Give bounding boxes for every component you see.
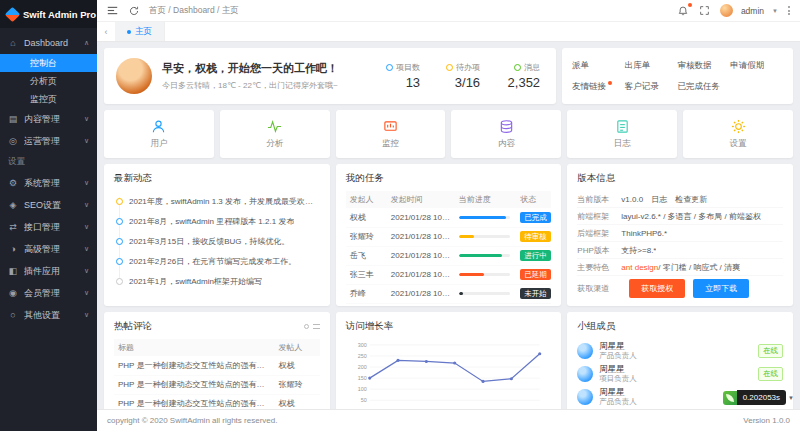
svg-text:100: 100 — [357, 386, 366, 392]
stat-value: 13 — [378, 75, 420, 90]
status-badge: 待审核 — [520, 231, 551, 242]
member-status-badge: 在线 — [758, 344, 783, 358]
quick-link[interactable]: 派单 — [572, 60, 625, 72]
shortcut-content[interactable]: 内容 — [451, 110, 561, 158]
member-name: 周星星 — [599, 364, 752, 374]
progress-track — [459, 216, 510, 219]
menu-group-icon: ▤ — [8, 114, 18, 124]
svg-text:150: 150 — [357, 375, 366, 381]
comment-title[interactable]: PHP 是一种创建动态交互性站点的强有力的服务器端脚本语言 — [114, 394, 274, 409]
bottom-row: 热帖评论 标题 发帖人 — [104, 312, 793, 409]
activity-card: 最新动态 2021年度，swiftAdmin 1.3 发布，并发展成最受欢迎的极… — [104, 164, 330, 306]
shortcut-settings[interactable]: 设置 — [683, 110, 793, 158]
shortcut-users[interactable]: 用户 — [104, 110, 214, 158]
tasks-card: 我的任务 发起人 发起时间 当前进度 状态 — [336, 164, 562, 306]
stat-label: 待办项 — [456, 62, 480, 73]
version-row: 当前版本 v1.0.0 日志 检查更新 — [577, 191, 783, 208]
sidebar-item-dashboard[interactable]: ⌂ Dashboard — [0, 32, 97, 54]
refresh-icon[interactable] — [127, 4, 141, 18]
menu-item-icon: ◉ — [8, 288, 18, 298]
notifications-bell-icon[interactable] — [676, 4, 690, 18]
sidebar-item-label: 其他设置 — [24, 309, 78, 322]
card-tools — [304, 324, 320, 329]
sidebar-item[interactable]: ◎ 运营管理 — [0, 130, 97, 152]
sidebar-item[interactable]: ⇄ 接口管理 — [0, 216, 97, 238]
shortcut-label: 用户 — [150, 138, 167, 150]
greeting-title: 早安，权栈，开始您一天的工作吧！ — [162, 61, 368, 76]
collapse-menu-icon[interactable] — [105, 4, 119, 18]
progress-fill — [459, 235, 474, 238]
sidebar-item[interactable]: ◑ 高级管理 — [0, 238, 97, 260]
quick-link[interactable]: 出库单 — [625, 60, 678, 72]
breadcrumb[interactable]: 首页 / Dashboard / 主页 — [149, 5, 239, 17]
sidebar-item[interactable]: ◉ 会员管理 — [0, 282, 97, 304]
activity-text: 2021年8月，swiftAdmin 里程碑版本 1.2.1 发布 — [129, 216, 294, 227]
chevron-up-icon — [84, 39, 89, 47]
sidebar-item-label: Dashboard — [24, 38, 78, 48]
task-row: 张三丰 2021/01/28 10:23:46 已延期 — [346, 265, 552, 284]
more-menu-icon[interactable] — [786, 4, 792, 17]
col-header-author: 发帖人 — [274, 339, 319, 356]
timeline-dot-icon — [116, 258, 123, 265]
quick-link[interactable]: 已完成任务 — [678, 81, 731, 93]
quick-link[interactable]: 客户记录 — [625, 81, 678, 93]
shortcut-analysis[interactable]: 分析 — [220, 110, 330, 158]
sidebar-item-label: 接口管理 — [24, 221, 78, 234]
sidebar-subitem[interactable]: 分析页 — [0, 72, 97, 90]
chevron-down-icon — [84, 267, 89, 275]
tab-home[interactable]: 主页 — [115, 22, 165, 41]
user-avatar[interactable] — [720, 4, 733, 17]
list-mini-icon[interactable] — [313, 324, 320, 329]
sidebar-item-label: 内容管理 — [24, 113, 78, 126]
member-avatar — [577, 343, 593, 359]
task-name: 张三丰 — [346, 265, 387, 284]
sidebar-item[interactable]: ○ 其他设置 — [0, 304, 97, 326]
runtime-badge[interactable]: 0.202053s ▼ — [723, 390, 794, 405]
tab-active-dot — [127, 30, 131, 34]
version-row-accent: ant design — [621, 263, 658, 272]
sidebar-subitem[interactable]: 监控页 — [0, 90, 97, 108]
sidebar-item-label: 高级管理 — [24, 243, 78, 256]
task-time: 2021/01/28 10:23:46 — [387, 265, 455, 284]
topbar: 首页 / Dashboard / 主页 admin ▼ — [97, 0, 800, 22]
version-card: 版本信息 当前版本 v1.0.0 日志 检查更新 前端框架 — [567, 164, 793, 306]
sidebar-subitem[interactable]: 控制台 — [0, 54, 97, 72]
sidebar-item[interactable]: ⚙ 系统管理 — [0, 172, 97, 194]
username[interactable]: admin — [741, 6, 764, 16]
activity-item: 2021年3月15日，接收反馈BUG，持续优化。 — [116, 231, 320, 251]
status-badge: 已完成 — [520, 212, 551, 223]
footer: copyright © 2020 SwiftAdmin all rights r… — [97, 409, 800, 431]
fullscreen-icon[interactable] — [698, 4, 712, 18]
quick-link[interactable]: 审核数据 — [678, 60, 731, 72]
tabbar: ‹ 主页 — [97, 22, 800, 42]
team-title: 小组成员 — [577, 320, 783, 333]
version-row: 后端框架 ThinkPHP6.* — [577, 225, 783, 242]
col-header-title: 标题 — [114, 339, 274, 356]
comment-title[interactable]: PHP 是一种创建动态交互性站点的强有力的服务器端脚本语言 — [114, 375, 274, 394]
progress-fill — [459, 273, 485, 276]
tab-scroll-left-icon[interactable]: ‹ — [97, 27, 115, 37]
stat-item: 项目数 13 — [378, 62, 420, 90]
comment-title[interactable]: PHP 是一种创建动态交互性站点的强有力的服务器端脚本语言 — [114, 356, 274, 375]
shortcut-monitor[interactable]: 监控 — [336, 110, 446, 158]
task-time: 2021/01/28 10:23:46 — [387, 284, 455, 303]
quick-link[interactable]: 友情链接 — [572, 81, 625, 93]
sidebar-item[interactable]: ◧ 插件应用 — [0, 260, 97, 282]
quick-link[interactable]: 申请假期 — [730, 60, 783, 72]
comments-table: 标题 发帖人 PHP 是一种创建动态交互性站点的强有力的服务器端脚本语言 权栈 — [114, 339, 320, 409]
comments-card: 热帖评论 标题 发帖人 — [104, 312, 330, 409]
sidebar-item-label: 插件应用 — [24, 265, 78, 278]
download-button[interactable]: 立即下载 — [693, 279, 749, 298]
team-member-row: 周星星 产品负责人 在线 — [577, 339, 783, 362]
refresh-mini-icon[interactable] — [304, 324, 309, 329]
chevron-down-icon — [84, 179, 89, 187]
version-buttons-row: 获取渠道 获取授权 立即下载 — [577, 276, 783, 300]
sidebar-subitem-label: 监控页 — [30, 93, 57, 106]
member-avatar — [577, 366, 593, 382]
sidebar-item[interactable]: ▤ 内容管理 — [0, 108, 97, 130]
user-icon — [151, 119, 166, 134]
shortcut-label: 日志 — [614, 138, 631, 150]
get-license-button[interactable]: 获取授权 — [629, 279, 685, 298]
sidebar-item[interactable]: ◈ SEO设置 — [0, 194, 97, 216]
shortcut-logs[interactable]: 日志 — [567, 110, 677, 158]
